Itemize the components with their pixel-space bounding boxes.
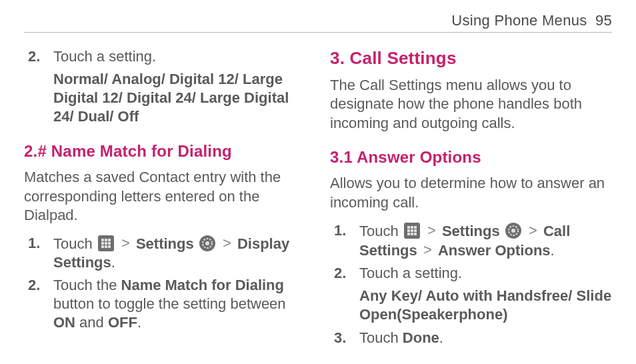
step-text: Touch a setting. — [359, 265, 462, 281]
svg-rect-4 — [101, 242, 104, 245]
svg-rect-22 — [414, 233, 417, 235]
subsection-heading: 2.# Name Match for Dialing — [24, 141, 306, 162]
svg-rect-2 — [105, 239, 107, 241]
svg-rect-5 — [105, 242, 107, 245]
right-column: 3. Call Settings The Call Settings menu … — [330, 47, 612, 351]
list-item: Touch Done. — [358, 329, 612, 347]
step-text: Touch — [53, 235, 97, 252]
svg-rect-7 — [101, 245, 104, 248]
bold-label: Name Match for Dialing — [121, 277, 284, 293]
step-text: Touch — [359, 329, 403, 346]
two-column-layout: Touch a setting. Normal/ Analog/ Digital… — [24, 47, 612, 351]
svg-rect-9 — [108, 245, 111, 248]
period: . — [111, 254, 115, 271]
separator: > — [219, 235, 235, 251]
bold-label: Settings — [136, 235, 194, 252]
list-item: Touch a setting. Any Key/ Auto with Hand… — [358, 264, 612, 324]
manual-page: Using Phone Menus 95 Touch a setting. No… — [0, 0, 636, 364]
bold-label: OFF — [108, 314, 137, 331]
apps-grid-icon — [98, 235, 114, 251]
bold-label: Answer Options — [438, 242, 551, 259]
list-name-match: Touch > Settings > Display Settings. Tou… — [24, 234, 306, 333]
step-text: Touch the — [53, 277, 121, 293]
svg-rect-20 — [407, 233, 410, 235]
separator: > — [117, 235, 134, 251]
svg-rect-21 — [411, 233, 413, 235]
separator: > — [419, 241, 436, 258]
bold-label: ON — [53, 314, 75, 331]
svg-rect-18 — [411, 229, 413, 232]
step-text: and — [75, 314, 108, 331]
header-title: Using Phone Menus — [451, 12, 587, 29]
svg-rect-16 — [414, 226, 417, 229]
svg-rect-19 — [414, 229, 417, 232]
list-item: Touch a setting. Normal/ Analog/ Digital… — [52, 47, 306, 127]
period: . — [137, 314, 141, 331]
svg-rect-1 — [101, 239, 104, 241]
svg-rect-8 — [105, 245, 107, 248]
list-answer-options: Touch > Settings > Call Settings > Answe… — [330, 221, 612, 347]
left-column: Touch a setting. Normal/ Analog/ Digital… — [24, 47, 306, 351]
separator: > — [423, 222, 440, 239]
step-text: Touch — [359, 223, 403, 239]
period: . — [551, 242, 555, 259]
bold-label: Settings — [442, 223, 500, 239]
list-item: Touch > Settings > Call Settings > Answe… — [358, 221, 612, 260]
svg-point-25 — [511, 229, 515, 233]
subsection-heading: 3.1 Answer Options — [330, 147, 612, 168]
svg-point-12 — [205, 241, 209, 245]
settings-gear-icon — [505, 223, 521, 239]
svg-rect-17 — [407, 229, 410, 232]
step-text: button to toggle the setting between — [53, 295, 286, 312]
settings-gear-icon — [199, 235, 215, 251]
running-header: Using Phone Menus 95 — [24, 12, 612, 33]
section-heading: 3. Call Settings — [330, 47, 612, 69]
list-clock-format-continued: Touch a setting. Normal/ Analog/ Digital… — [24, 47, 306, 127]
apps-grid-icon — [404, 223, 420, 239]
period: . — [439, 329, 443, 346]
paragraph: The Call Settings menu allows you to des… — [330, 76, 612, 132]
list-item: Touch > Settings > Display Settings. — [52, 234, 306, 272]
step-text: Touch a setting. — [53, 48, 156, 65]
step-options: Normal/ Analog/ Digital 12/ Large Digita… — [53, 70, 306, 126]
separator: > — [525, 222, 541, 239]
svg-rect-15 — [411, 226, 413, 229]
list-item: Touch the Name Match for Dialing button … — [52, 276, 306, 332]
paragraph: Allows you to determine how to answer an… — [330, 174, 612, 211]
page-number: 95 — [595, 12, 612, 29]
svg-rect-14 — [407, 226, 410, 229]
paragraph: Matches a saved Contact entry with the c… — [24, 168, 306, 224]
svg-rect-3 — [108, 239, 111, 241]
bold-label: Done — [403, 329, 439, 346]
svg-rect-6 — [108, 242, 111, 245]
step-options: Any Key/ Auto with Handsfree/ Slide Open… — [359, 287, 612, 324]
